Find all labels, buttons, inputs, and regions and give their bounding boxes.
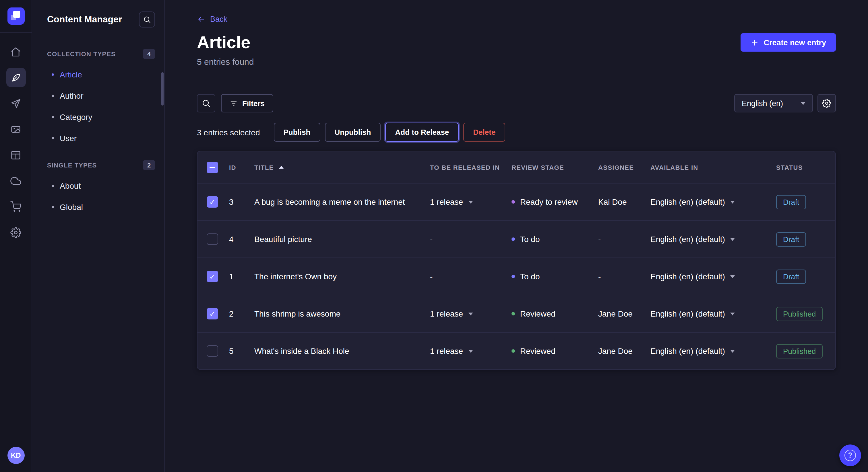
cell-assignee: Jane Doe — [598, 309, 650, 318]
list-view: Back Article 5 entries found Create new … — [165, 0, 868, 472]
create-new-entry-button[interactable]: Create new entry — [741, 33, 836, 52]
review-stage-dot — [512, 349, 515, 353]
bullet-icon — [52, 115, 54, 118]
chevron-down-icon — [730, 275, 735, 278]
release-caret-icon — [468, 349, 473, 352]
locale-select[interactable]: English (en) — [734, 94, 813, 112]
chevron-down-icon — [730, 238, 735, 241]
plus-icon — [750, 38, 759, 47]
filters-label: Filters — [242, 99, 265, 107]
entries-count-text: 5 entries found — [197, 57, 836, 67]
bullet-icon — [52, 94, 54, 97]
chevron-down-icon — [730, 349, 735, 352]
home-nav-icon[interactable] — [6, 42, 26, 61]
help-button[interactable]: ? — [839, 444, 861, 466]
status-badge: Published — [776, 344, 823, 358]
table-row[interactable]: 2 This shrimp is awesome 1 release Revie… — [197, 295, 835, 332]
review-stage-dot — [512, 200, 515, 204]
sidebar-scrollbar-thumb[interactable] — [161, 72, 164, 105]
sidebar-item-user[interactable]: User — [32, 127, 164, 148]
user-avatar[interactable]: KD — [7, 447, 24, 464]
release-dropdown[interactable]: - — [430, 272, 512, 281]
sidebar-item-about[interactable]: About — [32, 175, 164, 196]
view-settings-button[interactable] — [817, 94, 836, 112]
cell-title: What's inside a Black Hole — [254, 346, 430, 356]
row-checkbox[interactable] — [207, 233, 218, 245]
column-header-title[interactable]: TITLE — [254, 164, 430, 171]
sidebar-title: Content Manager — [47, 14, 122, 25]
bullet-icon — [52, 73, 54, 75]
cell-assignee: - — [598, 235, 650, 244]
table-row[interactable]: 5 What's inside a Black Hole 1 release R… — [197, 332, 835, 369]
column-header-id: ID — [229, 164, 254, 171]
status-badge: Draft — [776, 195, 806, 209]
release-dropdown[interactable]: 1 release — [430, 309, 512, 318]
bullet-icon — [52, 137, 54, 139]
table-header-row: ID TITLE TO BE RELEASED IN REVIEW STAGE … — [197, 151, 835, 183]
marketplace-nav-icon[interactable] — [6, 197, 26, 216]
settings-nav-icon[interactable] — [6, 223, 26, 242]
available-in-dropdown[interactable]: English (en) (default) — [650, 235, 776, 244]
content-type-builder-nav-icon[interactable] — [6, 145, 26, 165]
column-header-release: TO BE RELEASED IN — [430, 164, 512, 171]
single-types-label: SINGLE TYPES — [47, 162, 97, 169]
row-checkbox[interactable] — [207, 271, 218, 282]
back-link[interactable]: Back — [197, 15, 227, 24]
table-row[interactable]: 4 Beautiful picture - To do - English (e… — [197, 220, 835, 258]
chevron-down-icon — [730, 312, 735, 315]
delete-button[interactable]: Delete — [463, 123, 505, 142]
row-checkbox[interactable] — [207, 345, 218, 357]
sidebar-item-global[interactable]: Global — [32, 196, 164, 217]
content-manager-nav-icon[interactable] — [6, 68, 26, 87]
available-in-dropdown[interactable]: English (en) (default) — [650, 309, 776, 318]
cell-title: Beautiful picture — [254, 235, 430, 244]
row-checkbox[interactable] — [207, 196, 218, 208]
cell-title: The internet's Own boy — [254, 272, 430, 281]
cell-title: This shrimp is awesome — [254, 309, 430, 318]
cell-review-stage: Ready to review — [512, 197, 598, 206]
cell-review-stage: To do — [512, 235, 598, 244]
deploy-nav-icon[interactable] — [6, 171, 26, 191]
sidebar-item-label: About — [60, 181, 81, 190]
status-badge: Draft — [776, 269, 806, 283]
release-dropdown[interactable]: 1 release — [430, 197, 512, 206]
release-dropdown[interactable]: 1 release — [430, 346, 512, 356]
cell-id: 3 — [229, 197, 254, 206]
sidebar-item-label: Global — [60, 202, 83, 211]
add-to-release-button[interactable]: Add to Release — [385, 123, 459, 142]
sidebar-item-article[interactable]: Article — [32, 64, 164, 85]
row-checkbox[interactable] — [207, 308, 218, 319]
cell-id: 5 — [229, 346, 254, 356]
sidebar-item-author[interactable]: Author — [32, 85, 164, 106]
release-caret-icon — [468, 312, 473, 315]
sidebar-item-label: Category — [60, 112, 92, 121]
selected-count-text: 3 entries selected — [197, 128, 260, 137]
sidebar-item-label: Author — [60, 91, 84, 100]
list-toolbar: Filters English (en) — [197, 94, 836, 112]
publish-button[interactable]: Publish — [274, 123, 320, 142]
search-icon — [143, 15, 151, 24]
review-stage-dot — [512, 237, 515, 241]
sidebar-search-button[interactable] — [139, 11, 155, 28]
sidebar-item-label: Article — [60, 70, 82, 79]
table-row[interactable]: 3 A bug is becoming a meme on the intern… — [197, 183, 835, 220]
release-caret-icon — [468, 200, 473, 203]
select-all-checkbox[interactable] — [207, 162, 218, 173]
create-new-entry-label: Create new entry — [764, 38, 826, 47]
sidebar-item-category[interactable]: Category — [32, 106, 164, 127]
unpublish-button[interactable]: Unpublish — [324, 123, 381, 142]
bullet-icon — [52, 206, 54, 208]
media-library-nav-icon[interactable] — [6, 119, 26, 139]
search-button[interactable] — [197, 94, 215, 112]
search-icon — [202, 99, 211, 108]
rail-divider — [0, 32, 32, 33]
available-in-dropdown[interactable]: English (en) (default) — [650, 346, 776, 356]
available-in-dropdown[interactable]: English (en) (default) — [650, 197, 776, 206]
releases-nav-icon[interactable] — [6, 94, 26, 113]
cell-assignee: Jane Doe — [598, 346, 650, 356]
main-nav-rail: KD — [0, 0, 32, 472]
available-in-dropdown[interactable]: English (en) (default) — [650, 272, 776, 281]
table-row[interactable]: 1 The internet's Own boy - To do - Engli… — [197, 258, 835, 295]
release-dropdown[interactable]: - — [430, 235, 512, 244]
filters-button[interactable]: Filters — [221, 94, 273, 112]
